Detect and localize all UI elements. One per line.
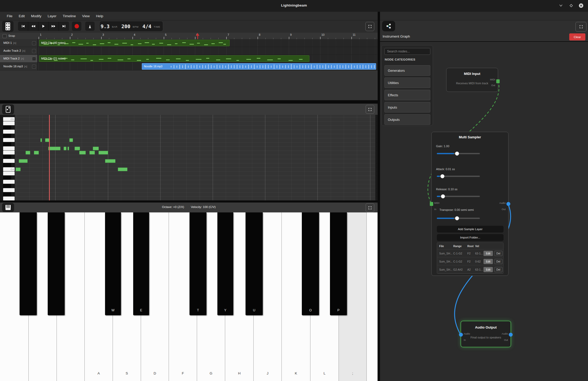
track-head-audio-track-2[interactable]: Audio Track 2 [A]- [0, 47, 38, 55]
menu-edit[interactable]: Edit [16, 13, 28, 19]
midi-clip[interactable]: MIDI Clip (40 notes) [39, 40, 230, 46]
maximize-icon[interactable] [568, 2, 574, 9]
attack-slider[interactable] [437, 176, 480, 177]
keyboard-fullscreen-button[interactable] [366, 203, 374, 212]
black-key-E[interactable]: E [133, 212, 149, 315]
midi-note[interactable] [34, 151, 39, 154]
edit-sample-button[interactable]: Edit [483, 267, 493, 272]
white-key[interactable] [367, 212, 378, 381]
black-key-O[interactable]: O [302, 212, 319, 315]
roll-white-key[interactable]: C4 [3, 167, 15, 171]
film-view-button[interactable] [2, 21, 14, 32]
roll-black-key[interactable] [3, 192, 11, 196]
piano-roll-fullscreen-button[interactable] [366, 105, 374, 114]
rewind-button[interactable] [28, 22, 38, 31]
midi-note[interactable] [99, 151, 108, 154]
play-button[interactable] [38, 22, 48, 31]
piano-roll-playhead[interactable] [49, 115, 50, 200]
black-key[interactable] [48, 212, 65, 315]
roll-black-key[interactable] [3, 134, 11, 138]
roll-black-key[interactable] [3, 163, 11, 167]
audio-out-port[interactable] [506, 202, 510, 206]
midi-note[interactable] [93, 147, 99, 150]
edit-sample-button[interactable]: Edit [483, 259, 493, 264]
metronome-button[interactable] [85, 22, 95, 31]
track-head-midi-1[interactable]: MIDI 1 [A]- [0, 39, 38, 47]
panel-divider[interactable] [0, 200, 378, 203]
midi-note[interactable] [118, 168, 127, 171]
attack-slider-knob[interactable] [440, 174, 444, 178]
menu-modify[interactable]: Modify [28, 13, 45, 19]
category-utilities[interactable]: Utilities [384, 78, 430, 88]
graph-canvas[interactable]: NODE CATEGORIES GeneratorsUtilitiesEffec… [380, 42, 588, 381]
roll-white-key[interactable] [3, 188, 15, 192]
roll-white-key[interactable] [3, 180, 15, 184]
release-slider[interactable] [437, 196, 480, 197]
import-folder-button[interactable]: Import Folder... [437, 234, 504, 241]
black-key[interactable] [20, 212, 37, 315]
fast-forward-button[interactable] [49, 22, 59, 31]
edit-sample-button[interactable]: Edit [483, 251, 493, 256]
skip-end-button[interactable] [59, 22, 69, 31]
black-key-T[interactable]: T [189, 212, 206, 315]
transpose-slider-knob[interactable] [455, 216, 459, 220]
roll-white-key[interactable] [3, 197, 15, 200]
release-slider-knob[interactable] [441, 194, 445, 198]
roll-white-key[interactable] [3, 130, 15, 134]
piano-roll-view-button[interactable] [2, 104, 14, 114]
category-generators[interactable]: Generators [384, 65, 430, 76]
audio-clip[interactable]: Noodle 18.mp3 [142, 63, 376, 70]
track-lane[interactable]: Noodle 18.mp3 [38, 63, 378, 70]
track-head-noodle-18-mp3[interactable]: Noodle 18.mp3 [A]- [0, 63, 38, 70]
track-head-midi-track-2[interactable]: MIDI Track 2 [A]- [0, 55, 38, 63]
roll-white-key[interactable] [3, 121, 15, 125]
black-key-Y[interactable]: Y [217, 212, 233, 315]
skip-start-button[interactable] [18, 22, 28, 31]
midi-note[interactable] [89, 151, 95, 154]
timeline-ruler[interactable]: 1234567891011 [38, 33, 378, 39]
track-lane[interactable]: MIDI Clip (21 notes) [38, 55, 378, 63]
track-lane[interactable] [38, 47, 378, 55]
midi-note[interactable] [26, 151, 30, 154]
roll-white-key[interactable] [3, 159, 15, 163]
black-key-U[interactable]: U [246, 212, 263, 315]
audio-out-port[interactable] [509, 333, 513, 337]
black-key-P[interactable]: P [330, 212, 347, 315]
roll-black-key[interactable] [3, 176, 11, 180]
track-checkbox[interactable]: - [32, 57, 36, 61]
midi-out-port[interactable] [496, 79, 500, 83]
piano-roll-body[interactable]: C5C4 [0, 115, 378, 200]
node-multi-sampler[interactable]: Multi Sampler Gain: 1.00 Attack: 0.01 ss… [431, 132, 509, 276]
add-sample-layer-button[interactable]: Add Sample Layer [437, 226, 504, 233]
menu-file[interactable]: File [4, 13, 16, 19]
track-checkbox[interactable]: - [32, 49, 36, 53]
panel-splitter[interactable] [378, 12, 380, 381]
gain-slider[interactable] [437, 153, 480, 154]
midi-note[interactable] [45, 138, 49, 142]
midi-note[interactable] [64, 147, 66, 150]
midi-in-port[interactable] [430, 202, 433, 206]
menu-layer[interactable]: Layer [45, 13, 60, 19]
midi-note[interactable] [79, 151, 86, 154]
graph-fullscreen-button[interactable] [575, 22, 586, 32]
roll-black-key[interactable] [3, 184, 11, 188]
gain-slider-knob[interactable] [455, 152, 459, 156]
roll-black-key[interactable] [3, 142, 11, 146]
black-key-W[interactable]: W [105, 212, 121, 315]
minimize-icon[interactable] [558, 2, 564, 9]
category-outputs[interactable]: Outputs [384, 114, 430, 125]
node-midi-input[interactable]: MIDI Input Receives MIDI from track MIDI… [446, 68, 498, 92]
midi-note[interactable] [69, 138, 73, 142]
delete-sample-button[interactable]: Del [494, 259, 503, 264]
menu-view[interactable]: View [79, 13, 93, 19]
track-checkbox[interactable]: - [32, 65, 36, 69]
roll-white-key[interactable] [3, 146, 15, 150]
midi-note[interactable] [105, 159, 115, 163]
timeline-empty-area[interactable] [0, 70, 378, 100]
category-effects[interactable]: Effects [384, 90, 430, 100]
roll-white-key[interactable] [3, 138, 15, 142]
timeline-fullscreen-button[interactable] [365, 22, 374, 31]
midi-note[interactable] [40, 138, 42, 142]
roll-black-key[interactable] [3, 126, 11, 129]
snap-checkbox[interactable] [3, 34, 7, 38]
